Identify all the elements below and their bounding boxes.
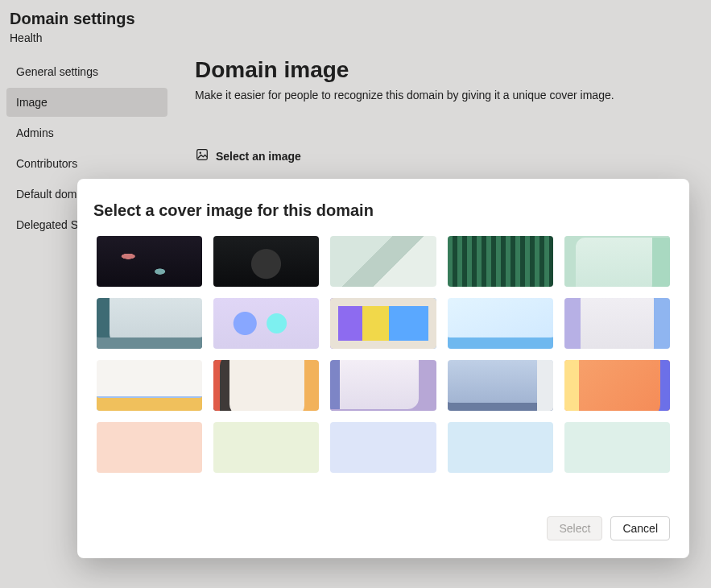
- cancel-button[interactable]: Cancel: [610, 516, 670, 540]
- cover-image-option-spreadsheet-dark[interactable]: [448, 236, 553, 287]
- cover-image-option-phone-apps[interactable]: [330, 298, 436, 349]
- cover-swatch-option[interactable]: [448, 422, 553, 473]
- dialog-title: Select a cover image for this domain: [93, 201, 670, 220]
- cover-image-option-device-dark[interactable]: [213, 236, 319, 287]
- cover-image-option-card-stack-blue[interactable]: [448, 298, 553, 349]
- cover-image-dialog: Select a cover image for this domain Sel…: [77, 179, 689, 558]
- cover-swatch-option[interactable]: [97, 422, 202, 473]
- modal-overlay: Select a cover image for this domain Sel…: [0, 0, 711, 588]
- cover-image-option-glass-cubes[interactable]: [213, 298, 319, 349]
- cover-image-option-paper-stack-colors[interactable]: [97, 360, 202, 411]
- cover-image-option-orange-render[interactable]: [564, 360, 670, 411]
- dialog-footer: Select Cancel: [97, 516, 670, 540]
- cover-swatch-option[interactable]: [213, 422, 319, 473]
- select-button: Select: [547, 516, 602, 540]
- cover-image-option-laptop-pastel[interactable]: [330, 360, 436, 411]
- cover-image-option-abstract-lavender-shapes[interactable]: [564, 298, 670, 349]
- cover-image-option-notebook-mint[interactable]: [564, 236, 670, 287]
- cover-swatch-option[interactable]: [564, 422, 670, 473]
- cover-image-option-desk-monitor[interactable]: [213, 360, 319, 411]
- cover-image-option-teal-cubes[interactable]: [97, 298, 202, 349]
- cover-swatch-option[interactable]: [330, 422, 436, 473]
- cover-image-option-code-editor-dark[interactable]: [97, 236, 202, 287]
- cover-image-option-abstract-green-tiles[interactable]: [330, 236, 436, 287]
- cover-image-option-abstract-landscape[interactable]: [448, 360, 553, 411]
- image-grid: [97, 236, 670, 473]
